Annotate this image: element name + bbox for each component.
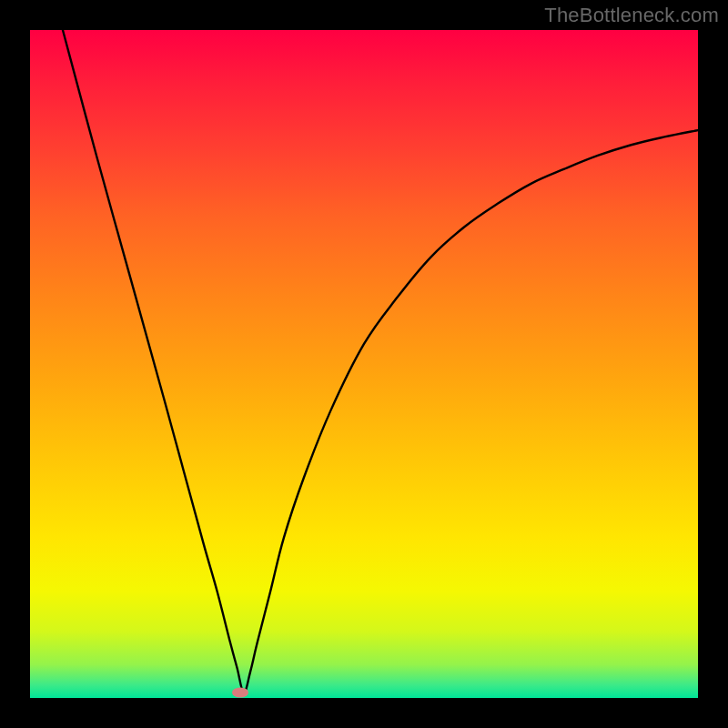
- bottleneck-curve: [63, 30, 698, 693]
- optimum-marker: [232, 688, 248, 698]
- plot-area: [30, 30, 698, 698]
- watermark-text: TheBottleneck.com: [544, 4, 719, 27]
- curve-svg: [30, 30, 698, 698]
- chart-outer-frame: TheBottleneck.com: [0, 0, 728, 728]
